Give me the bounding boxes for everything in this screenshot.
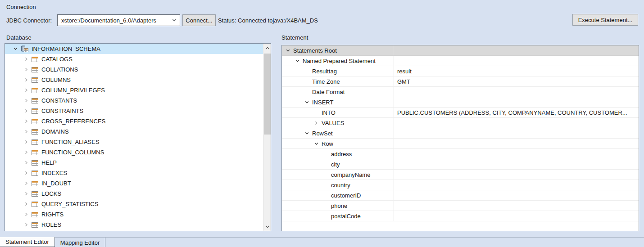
statement-row-name[interactable]: RowSet [282, 128, 394, 138]
chevron-right-icon[interactable] [24, 119, 29, 124]
chevron-right-icon[interactable] [314, 121, 319, 126]
row-value[interactable] [394, 45, 639, 55]
statement-row-name[interactable]: Statements Root [282, 45, 394, 55]
chevron-right-icon[interactable] [24, 139, 29, 144]
row-value[interactable] [394, 139, 639, 148]
chevron-right-icon[interactable] [24, 57, 29, 62]
chevron-right-icon[interactable] [24, 171, 29, 175]
statement-row[interactable]: country [282, 180, 639, 190]
statement-row-name[interactable]: city [282, 159, 394, 169]
statement-row[interactable]: city [282, 159, 639, 170]
row-value[interactable] [394, 97, 639, 107]
row-value[interactable] [394, 211, 639, 221]
jdbc-connector-select[interactable]: xstore:/Documentation_6.0/Adapters [57, 14, 180, 26]
statement-row[interactable]: INTOPUBLIC.CUSTOMERS (ADDRESS, CITY, COM… [282, 108, 639, 118]
statement-row-name[interactable]: INTO [282, 108, 394, 117]
statement-row-name[interactable]: country [282, 180, 394, 190]
chevron-down-icon[interactable] [295, 58, 300, 63]
tree-row-schema[interactable]: INFORMATION_SCHEMA [5, 44, 263, 54]
tree-row-table[interactable]: CONSTANTS [5, 95, 263, 106]
chevron-right-icon[interactable] [24, 181, 29, 186]
tree-row-table[interactable]: RIGHTS [5, 209, 263, 220]
statement-row-name[interactable]: VALUES [282, 118, 394, 128]
tree-row-table[interactable]: CONSTRAINTS [5, 106, 263, 116]
statement-row[interactable]: Statements Root [282, 45, 639, 56]
statement-row[interactable]: address [282, 149, 639, 159]
statement-row-name[interactable]: Resulttag [282, 66, 394, 76]
statement-row[interactable]: RowSet [282, 128, 639, 139]
chevron-right-icon[interactable] [24, 150, 29, 155]
chevron-right-icon[interactable] [24, 212, 29, 217]
statement-row[interactable]: VALUES [282, 118, 639, 128]
tree-row-table[interactable]: COLUMN_PRIVILEGES [5, 85, 263, 95]
tree-row-table[interactable]: DOMAINS [5, 126, 263, 137]
tree-row-table[interactable]: COLLATIONS [5, 64, 263, 75]
chevron-right-icon[interactable] [24, 202, 29, 207]
tree-row-table[interactable]: CROSS_REFERENCES [5, 116, 263, 126]
tree-row-table[interactable]: LOCKS [5, 189, 263, 199]
row-value[interactable] [394, 118, 639, 128]
statement-row[interactable]: Named Prepared Statement [282, 56, 639, 66]
database-tree[interactable]: INFORMATION_SCHEMACATALOGSCOLLATIONSCOLU… [5, 44, 263, 231]
statement-row-name[interactable]: postalCode [282, 211, 394, 221]
tree-row-table[interactable]: COLUMNS [5, 75, 263, 85]
statement-row[interactable]: customerID [282, 190, 639, 201]
chevron-right-icon[interactable] [24, 222, 29, 227]
statement-row-name[interactable]: phone [282, 201, 394, 211]
chevron-right-icon[interactable] [24, 98, 29, 103]
chevron-right-icon[interactable] [24, 67, 29, 72]
tree-row-table[interactable]: FUNCTION_COLUMNS [5, 147, 263, 157]
tree-row-table[interactable]: FUNCTION_ALIASES [5, 137, 263, 147]
row-value[interactable]: PUBLIC.CUSTOMERS (ADDRESS, CITY, COMPANY… [394, 108, 639, 117]
execute-statement-button[interactable]: Execute Statement... [572, 14, 638, 26]
statement-row[interactable]: INSERT [282, 97, 639, 108]
scroll-down-button[interactable] [263, 222, 271, 231]
statement-row-name[interactable]: Time Zone [282, 76, 394, 86]
statement-row[interactable]: Time ZoneGMT [282, 76, 639, 87]
statement-row[interactable]: companyName [282, 170, 639, 180]
chevron-right-icon[interactable] [24, 160, 29, 165]
row-value[interactable]: result [394, 66, 639, 76]
statement-row-name[interactable]: customerID [282, 190, 394, 200]
row-value[interactable] [394, 190, 639, 200]
statement-row[interactable]: postalCode [282, 211, 639, 221]
chevron-right-icon[interactable] [24, 108, 29, 113]
tab-mapping-editor[interactable]: Mapping Editor [55, 238, 105, 247]
chevron-right-icon[interactable] [24, 129, 29, 134]
scroll-up-button[interactable] [263, 44, 271, 53]
row-value[interactable] [394, 159, 639, 169]
statement-table[interactable]: Statements RootNamed Prepared StatementR… [282, 45, 639, 221]
connect-button[interactable]: Connect... [182, 14, 216, 26]
row-value[interactable] [394, 128, 639, 138]
tree-row-table[interactable]: QUERY_STATISTICS [5, 199, 263, 209]
statement-row[interactable]: Resulttagresult [282, 66, 639, 76]
scroll-thumb[interactable] [264, 54, 271, 135]
row-value[interactable] [394, 180, 639, 190]
database-scrollbar[interactable] [263, 44, 271, 231]
chevron-down-icon[interactable] [314, 141, 319, 146]
row-value[interactable] [394, 56, 639, 66]
statement-row-name[interactable]: companyName [282, 170, 394, 180]
row-value[interactable]: GMT [394, 76, 639, 86]
chevron-down-icon[interactable] [286, 48, 290, 53]
statement-row-name[interactable]: Date Format [282, 87, 394, 97]
row-value[interactable] [394, 170, 639, 180]
statement-row-name[interactable]: address [282, 149, 394, 159]
chevron-right-icon[interactable] [24, 88, 29, 93]
statement-row[interactable]: phone [282, 201, 639, 211]
tree-row-table[interactable]: INDEXES [5, 168, 263, 178]
chevron-down-icon[interactable] [13, 46, 18, 51]
tree-row-table[interactable]: ROLES [5, 220, 263, 230]
statement-row-name[interactable]: Row [282, 139, 394, 148]
tree-row-table[interactable]: CATALOGS [5, 54, 263, 64]
row-value[interactable] [394, 87, 639, 97]
statement-row[interactable]: Row [282, 139, 639, 149]
row-value[interactable] [394, 201, 639, 211]
chevron-right-icon[interactable] [24, 77, 29, 82]
tree-row-table[interactable]: HELP [5, 157, 263, 168]
row-value[interactable] [394, 149, 639, 159]
chevron-down-icon[interactable] [304, 100, 309, 105]
statement-row[interactable]: Date Format [282, 87, 639, 97]
statement-row-name[interactable]: INSERT [282, 97, 394, 107]
tree-row-table[interactable]: IN_DOUBT [5, 178, 263, 189]
